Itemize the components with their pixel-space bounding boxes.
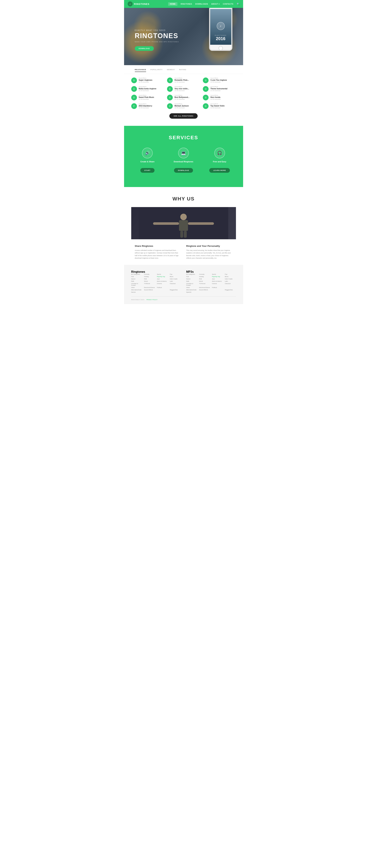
footer-ringtone-link[interactable]: Cinema	[157, 283, 168, 286]
footer-mp3-link[interactable]: World	[199, 280, 210, 282]
see-all-button[interactable]: SEE ALL RINGTONES	[170, 113, 197, 119]
footer-mp3-link[interactable]: Rap/Hip Hop	[212, 276, 223, 277]
hero-title: RINGTONES	[135, 32, 179, 39]
nav-ringtones[interactable]: RINGTONES	[181, 3, 192, 5]
service-download-button[interactable]: DOWNLOAD	[174, 168, 193, 173]
footer-mp3-link[interactable]: Christian & Gospel	[186, 283, 197, 286]
footer-mp3-link[interactable]: TV/House	[199, 283, 210, 286]
footer-ringtone-link[interactable]: World	[144, 280, 155, 282]
download-button[interactable]: DOWNLOAD	[135, 46, 154, 51]
sort-relevance[interactable]: RELEVANCE	[135, 69, 146, 72]
ringtone-downloads: 26,769 downloads	[175, 99, 189, 100]
footer-ringtone-link[interactable]: Alerts & Alarms	[157, 280, 168, 282]
footer-mp3-link[interactable]: Reggae/Ska	[225, 289, 236, 291]
footer-ringtone-link[interactable]: Indie Cradle	[170, 278, 181, 280]
footer-ringtone-link[interactable]: Comedy	[144, 274, 155, 275]
ringtone-item[interactable]: D Sound Effects Super ringtones 26,769 d…	[131, 78, 164, 83]
footer-mp3-link[interactable]: Comedy	[199, 274, 210, 275]
ringtone-item[interactable]: D Sound Effects Very nice violin... 26,7…	[167, 86, 200, 92]
footer-ringtone-link[interactable]: TV/Movie	[144, 283, 155, 286]
footer: Ringtones All CategoriesComedySportsPopF…	[124, 265, 243, 304]
footer-mp3-link[interactable]: Other	[186, 287, 197, 288]
ringtone-info: Sound Effects Theme Instrumental 26,769 …	[210, 86, 227, 91]
services-title: SERVICES	[131, 135, 236, 141]
footer-ringtone-link[interactable]: Pop	[170, 274, 181, 275]
phone-screen: ♪ RINGTONES 2016	[210, 9, 231, 45]
nav-about[interactable]: ABOUT ▾	[211, 3, 220, 5]
footer-mp3-link[interactable]: Sports	[212, 274, 223, 275]
learn-more-button[interactable]: LEARN MORE	[209, 168, 230, 173]
nav-downloads[interactable]: DOWNLOADS	[195, 3, 208, 5]
ringtone-info: Sound Effects Nokia lumia ringtone 26,76…	[139, 86, 156, 91]
footer-mp3-link[interactable]: Latin	[225, 280, 236, 282]
start-button[interactable]: START	[140, 168, 154, 173]
footer-mp3-link[interactable]: Cinema	[212, 283, 223, 286]
footer-mp3-link[interactable]: Classical	[225, 283, 236, 286]
ringtone-item[interactable]: P Sound Effects 2015 blackberry 26,769 d…	[131, 103, 164, 109]
footer-ringtone-link[interactable]: Political	[157, 287, 168, 288]
footer-ringtone-link[interactable]: Jazz	[157, 278, 168, 280]
footer-mp3-link[interactable]: Electronic/Dance	[199, 287, 210, 288]
nav-contacts[interactable]: CONTACTS	[223, 3, 234, 5]
footer-mp3-link[interactable]: RnB	[199, 278, 210, 280]
ringtone-item[interactable]: D Sound Effects Nokia lumia ringtone 26,…	[131, 86, 164, 92]
footer-mp3-link[interactable]: Folk	[186, 276, 197, 277]
footer-mp3-link[interactable]: Alternative/Indie	[186, 289, 197, 291]
footer-ringtone-link[interactable]: Blues	[170, 276, 181, 277]
sort-newest[interactable]: NEWEST	[167, 69, 175, 72]
sort-rating[interactable]: RATING	[179, 69, 186, 72]
footer-mp3-link[interactable]: Jazz	[212, 278, 223, 280]
footer-privacy[interactable]: PRIVACY POLICY	[147, 299, 157, 301]
why-us-share-text: Access unlimited number of ringtones and…	[135, 249, 181, 259]
ringtone-item[interactable]: D Sound Effects Hero honda 26,769 downlo…	[203, 95, 236, 100]
sort-popularity[interactable]: POPULARITY	[150, 69, 162, 72]
footer-ringtone-link[interactable]: Sound Effects	[144, 289, 155, 291]
footer-mp3-link[interactable]: Sound Effects	[199, 289, 210, 291]
ringtone-downloads: 26,769 downloads	[175, 90, 189, 91]
footer-ringtone-link[interactable]: Sports	[157, 274, 168, 275]
footer-ringtone-link[interactable]: Holiday	[144, 276, 155, 277]
ringtone-item[interactable]: D Sound Effects Top Sweet Violin 26,769 …	[203, 103, 236, 109]
footer-mp3-link[interactable]: Blues	[225, 276, 236, 277]
footer-ringtone-link[interactable]: Other	[131, 287, 142, 288]
ringtone-item[interactable]: D Sound Effects Best Bollywood... 26,769…	[167, 95, 200, 100]
footer-mp3-link[interactable]: Political	[212, 287, 223, 288]
footer-ringtone-link	[157, 289, 168, 291]
hero-content: Exactly what you need RINGTONES MAKE YOU…	[124, 22, 179, 51]
footer-ringtones-title: Ringtones	[131, 270, 181, 274]
footer-mp3-link[interactable]: Indie Cradle	[225, 278, 236, 280]
footer-mp3-link[interactable]: Spanish	[186, 291, 197, 293]
footer-ringtone-link[interactable]: RnB	[144, 278, 155, 280]
footer-mp3-link[interactable]: Nature	[186, 278, 197, 280]
footer-ringtone-link[interactable]: Rap/Hip Hop	[157, 276, 168, 277]
footer-ringtone-link[interactable]: Alternative/Indie	[131, 289, 142, 291]
footer-ringtone-link[interactable]: Classical	[170, 283, 181, 286]
ringtone-category: Sound Effects	[139, 95, 154, 96]
footer-ringtone-link[interactable]: R&B	[131, 280, 142, 282]
footer-ringtone-link[interactable]: Reggae/Ska	[170, 289, 181, 291]
ringtone-info: Sound Effects Sweet Flute Music 26,769 d…	[139, 95, 154, 100]
search-icon[interactable]: 🔍	[237, 3, 240, 5]
service-download: 💻 Download Ringtones	[167, 148, 200, 163]
ringtone-item[interactable]: D Sound Effects Romantic Flute... 26,769…	[167, 78, 200, 83]
ringtone-item[interactable]: D Sound Effects Michael Jackson 26,769 d…	[167, 103, 200, 109]
ringtone-item[interactable]: D Sound Effects Theme Instrumental 26,76…	[203, 86, 236, 92]
ringtone-play-icon: D	[131, 86, 137, 92]
footer-ringtone-link[interactable]: Christian & Gospel	[131, 283, 142, 286]
footer-ringtone-link[interactable]: Folk	[131, 276, 142, 277]
footer-mp3-link[interactable]: Holiday	[199, 276, 210, 277]
footer-ringtone-link[interactable]: Electronic/Dance	[144, 287, 155, 288]
footer-mp3-link[interactable]: All Categories	[186, 274, 197, 275]
footer-mp3-link[interactable]: R&B	[186, 280, 197, 282]
ringtone-item[interactable]: D Sound Effects I Love You ringtone 26,7…	[203, 78, 236, 83]
services-grid: 🔊 Create & Share 💻 Download Ringtones 🎧 …	[131, 148, 236, 163]
footer-ringtone-link[interactable]: Latin	[170, 280, 181, 282]
footer-ringtone-link[interactable]: All Categories	[131, 274, 142, 275]
ringtone-item[interactable]: D Sound Effects Sweet Flute Music 26,769…	[131, 95, 164, 100]
footer-mp3-link[interactable]: Alerts & Alarms	[212, 280, 223, 282]
ringtone-downloads: 26,769 downloads	[210, 99, 220, 100]
footer-ringtone-link[interactable]: Nature	[131, 278, 142, 280]
footer-ringtone-link[interactable]: Names	[131, 291, 142, 293]
nav-home[interactable]: HOME	[168, 2, 177, 6]
footer-mp3-link[interactable]: Pop	[225, 274, 236, 275]
